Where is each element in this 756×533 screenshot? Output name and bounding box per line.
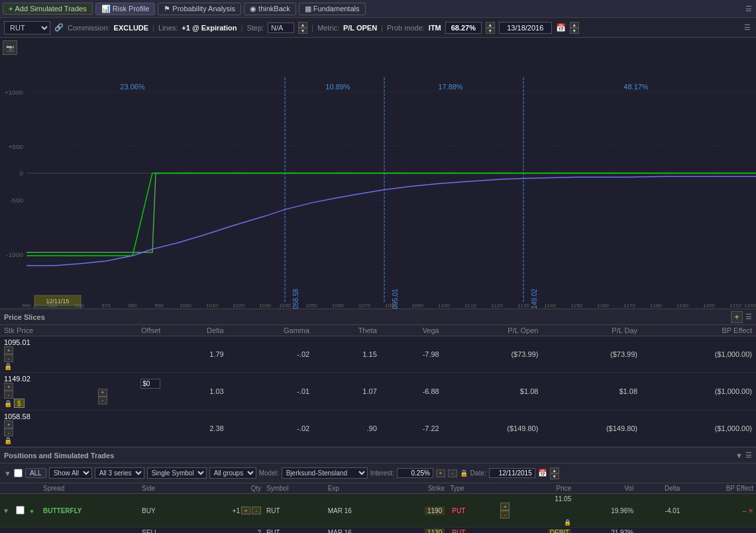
interest-lock-icon[interactable]: 🔒 — [460, 469, 468, 477]
interest-input[interactable] — [397, 468, 433, 478]
calendar-icon[interactable]: 📅 — [556, 23, 566, 32]
col-delta: Delta — [164, 325, 227, 336]
positions-menu-icon[interactable]: ☰ — [745, 451, 752, 460]
lines-label: Lines: — [158, 24, 178, 32]
settings-icon[interactable]: ☰ — [744, 3, 753, 15]
price-down-btn[interactable]: - — [500, 510, 510, 518]
prob-mode-label: Prob mode: — [387, 24, 425, 32]
svg-text:10.89%: 10.89% — [325, 83, 350, 91]
interest-label: Interest: — [370, 469, 394, 477]
add-simulated-trades-button[interactable]: + Add Simulated Trades — [3, 3, 93, 15]
risk-profile-button[interactable]: 📊 Risk Profile — [95, 3, 156, 15]
price-slices-controls: + ☰ — [731, 311, 752, 323]
svg-text:1090: 1090 — [411, 303, 423, 309]
lock-icon[interactable]: 🔒 — [4, 363, 12, 370]
col-gamma: Gamma — [228, 325, 313, 336]
metric-label: Metric: — [317, 24, 339, 32]
col-pl-day: P/L Day — [542, 325, 641, 336]
positions-header: Positions and Simulated Trades ▼ ☰ — [0, 448, 756, 463]
svg-text:1160: 1160 — [597, 303, 609, 309]
date-spinner[interactable]: ▲▼ — [570, 22, 579, 34]
chain-icon[interactable]: 🔗 — [54, 23, 64, 32]
svg-text:1200: 1200 — [703, 303, 715, 309]
positions-table: Spread Side Qty Symbol Exp Strike Type P… — [0, 483, 756, 533]
svg-text:23.06%: 23.06% — [120, 83, 144, 91]
series-select[interactable]: All 3 series — [95, 467, 144, 479]
dollar-offset-btn[interactable]: $ — [14, 399, 25, 408]
second-toolbar: RUT 🔗 Commission: EXCLUDE | Lines: +1 @ … — [0, 18, 756, 38]
slice-down-btn[interactable]: - — [4, 428, 13, 436]
chart-snapshot-icon[interactable]: 📷 — [3, 40, 17, 55]
lock-icon[interactable]: 🔒 — [4, 437, 12, 444]
svg-text:1140: 1140 — [544, 303, 556, 309]
metric-value: P/L OPEN — [343, 24, 377, 32]
model-select[interactable]: Bjerksund-Stensland — [282, 467, 368, 479]
expand-all-icon[interactable]: ▼ — [4, 469, 11, 477]
interest-down-btn[interactable]: - — [448, 469, 457, 477]
expand-button[interactable]: ▼ — [3, 507, 9, 514]
col-vega: Vega — [381, 325, 443, 336]
svg-text:940: 940 — [22, 303, 31, 309]
col-stk-price: Stk Price — [0, 325, 94, 336]
slice-down-btn[interactable]: - — [4, 391, 13, 399]
all-button[interactable]: ALL — [25, 468, 46, 478]
svg-text:1000: 1000 — [180, 303, 191, 309]
offset-input[interactable] — [140, 379, 160, 389]
offset-up-btn[interactable]: + — [98, 389, 107, 397]
thinkback-button[interactable]: ◉ thinkBack — [244, 3, 296, 15]
prob-mode-value: ITM — [429, 24, 441, 32]
svg-text:960: 960 — [75, 303, 84, 309]
chart-settings-icon[interactable]: ☰ — [743, 22, 752, 33]
fundamentals-button[interactable]: ▦ Fundamentals — [299, 3, 366, 15]
step-input[interactable] — [268, 23, 294, 33]
all-checkbox[interactable] — [14, 469, 23, 477]
fund-icon: ▦ — [305, 5, 311, 13]
date-display: 13/18/2016 — [499, 22, 552, 34]
svg-text:1210: 1210 — [729, 303, 741, 309]
risk-chart: +1000 +500 0 -500 -1000 23.06% 10.89% 17… — [0, 38, 756, 309]
slice-menu-icon[interactable]: ☰ — [745, 313, 752, 321]
qty-up-btn[interactable]: + — [241, 507, 250, 514]
svg-text:1080: 1080 — [385, 303, 397, 309]
qty-down-btn[interactable]: - — [252, 507, 261, 514]
commission-label: Commission: — [68, 24, 110, 32]
col-side: Side — [139, 483, 188, 494]
dash-button[interactable]: – — [743, 507, 747, 514]
price-up-btn[interactable]: + — [500, 503, 510, 510]
slice-down-btn[interactable]: - — [4, 354, 13, 362]
svg-text:1070: 1070 — [358, 303, 370, 309]
slice-up-btn[interactable]: + — [4, 346, 13, 354]
interest-up-btn[interactable]: + — [436, 469, 445, 477]
add-icon: + — [9, 5, 13, 13]
strike-value: 1130 — [425, 528, 445, 533]
col-pl-open: P/L Open — [443, 325, 543, 336]
date-input[interactable] — [489, 468, 535, 478]
symbol-select[interactable]: RUT — [4, 21, 50, 34]
spread-name: BUTTERFLY — [43, 507, 82, 514]
table-row: 1149.02 + - 🔒 $ + - 1.03 -.01 1.07 -6.88… — [0, 373, 756, 411]
offset-down-btn[interactable]: - — [98, 397, 107, 405]
price-slices-title: Price Slices — [4, 313, 45, 321]
col-type: Type — [447, 483, 498, 494]
lock-price-icon[interactable]: 🔒 — [564, 519, 571, 526]
date-pos-spinner[interactable]: ▲▼ — [550, 467, 559, 479]
collapse-icon[interactable]: ▼ — [735, 452, 743, 460]
dash-button[interactable]: – — [749, 529, 753, 533]
show-all-select[interactable]: Show All — [49, 467, 92, 479]
symbol-select2[interactable]: Single Symbol — [147, 467, 207, 479]
date-calendar-icon[interactable]: 📅 — [538, 469, 547, 477]
svg-text:48.17%: 48.17% — [623, 83, 648, 91]
probability-analysis-button[interactable]: ⚑ Probability Analysis — [158, 3, 241, 15]
slice-up-btn[interactable]: + — [4, 420, 13, 428]
close-position-button[interactable]: ✕ — [748, 507, 753, 514]
groups-select[interactable]: All groups — [209, 467, 256, 479]
slice-up-btn[interactable]: + — [4, 383, 13, 391]
col-bp-effect: BP Effect — [682, 483, 756, 494]
commission-value: EXCLUDE — [114, 24, 149, 32]
lock-icon[interactable]: 🔒 — [4, 400, 12, 407]
step-spinner[interactable]: ▲▼ — [298, 22, 307, 34]
svg-text:1110: 1110 — [464, 303, 476, 309]
pct-spinner[interactable]: ▲▼ — [486, 22, 495, 34]
add-slice-button[interactable]: + — [731, 311, 743, 323]
butterfly-checkbox[interactable] — [16, 506, 25, 514]
